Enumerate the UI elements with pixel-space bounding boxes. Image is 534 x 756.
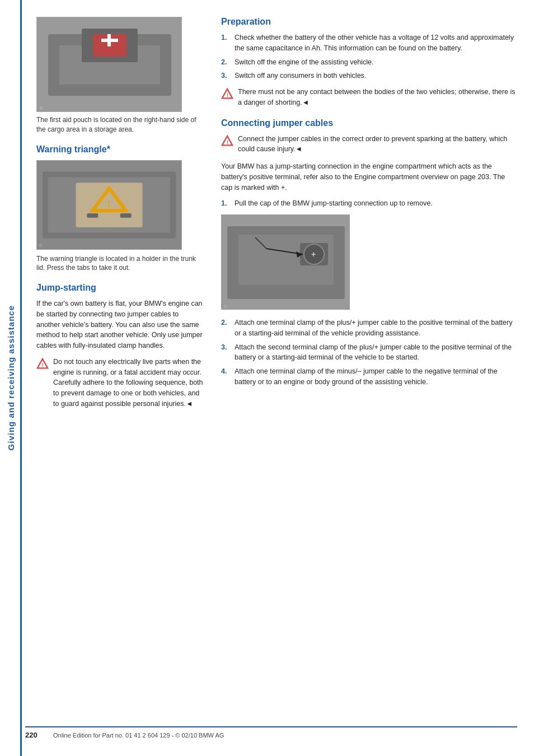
svg-text:©: © bbox=[39, 243, 43, 248]
svg-text:!: ! bbox=[227, 139, 228, 144]
jump-start-image: + © bbox=[221, 214, 350, 310]
prep-warning-icon: ! bbox=[221, 88, 233, 100]
connecting-steps-list: 2. Attach one terminal clamp of the plus… bbox=[221, 318, 517, 388]
prep-step-1: 1. Check whether the battery of the othe… bbox=[221, 32, 517, 54]
connecting-heading: Connecting jumper cables bbox=[221, 118, 517, 128]
sidebar-label: Giving and receiving assistance bbox=[6, 305, 16, 450]
svg-text:©: © bbox=[40, 106, 43, 111]
connect-step-2: 2. Attach one terminal clamp of the plus… bbox=[221, 318, 517, 339]
first-aid-image: © bbox=[36, 17, 182, 112]
connecting-warning: ! Connect the jumper cables in the corre… bbox=[221, 134, 517, 155]
page-number: 220 bbox=[25, 731, 48, 739]
svg-rect-14 bbox=[87, 213, 98, 217]
svg-text:!: ! bbox=[107, 199, 110, 209]
preparation-warning: ! There must not be any contact between … bbox=[221, 87, 517, 108]
warning-triangle-image: ! © bbox=[36, 160, 182, 250]
preparation-heading: Preparation bbox=[221, 17, 517, 27]
svg-text:©: © bbox=[224, 304, 227, 309]
warning-triangle-caption: The warning triangle is located in a hol… bbox=[36, 254, 204, 273]
left-column: © The first aid pouch is located on the … bbox=[36, 17, 204, 416]
connecting-warning-icon: ! bbox=[221, 135, 233, 147]
preparation-list: 1. Check whether the battery of the othe… bbox=[221, 32, 517, 81]
jump-starting-warning-text: Do not touch any electrically live parts… bbox=[53, 357, 204, 409]
right-column: Preparation 1. Check whether the battery… bbox=[221, 17, 517, 416]
sidebar: Giving and receiving assistance bbox=[0, 0, 21, 756]
connecting-warning-text: Connect the jumper cables in the correct… bbox=[238, 134, 517, 155]
jump-starting-body: If the car's own battery is flat, your B… bbox=[36, 298, 204, 351]
connect-step-4: 4. Attach one terminal clamp of the minu… bbox=[221, 366, 517, 388]
connect-step-1: 1. Pull the cap of the BMW jump-starting… bbox=[221, 198, 517, 209]
first-aid-caption: The first aid pouch is located on the ri… bbox=[36, 115, 204, 134]
prep-step-2: 2. Switch off the engine of the assistin… bbox=[221, 57, 517, 68]
sidebar-line bbox=[20, 0, 22, 756]
svg-text:!: ! bbox=[42, 362, 44, 368]
svg-text:!: ! bbox=[227, 92, 228, 98]
connect-step-3: 3. Attach the second terminal clamp of t… bbox=[221, 342, 517, 363]
page-footer: 220 Online Edition for Part no. 01 41 2 … bbox=[25, 726, 517, 739]
connecting-body: Your BMW has a jump-starting connection … bbox=[221, 161, 517, 193]
warning-triangle-heading: Warning triangle* bbox=[36, 144, 204, 155]
svg-text:+: + bbox=[311, 250, 316, 259]
jump-starting-warning: ! Do not touch any electrically live par… bbox=[36, 357, 204, 409]
warning-icon: ! bbox=[36, 358, 49, 370]
svg-rect-15 bbox=[120, 213, 132, 217]
connecting-step1-list: 1. Pull the cap of the BMW jump-starting… bbox=[221, 198, 517, 209]
prep-warning-text: There must not be any contact between th… bbox=[238, 87, 517, 108]
footer-text: Online Edition for Part no. 01 41 2 604 … bbox=[53, 732, 224, 739]
svg-rect-6 bbox=[107, 34, 111, 46]
prep-step-3: 3. Switch off any consumers in both vehi… bbox=[221, 71, 517, 81]
jump-starting-heading: Jump-starting bbox=[36, 283, 204, 293]
